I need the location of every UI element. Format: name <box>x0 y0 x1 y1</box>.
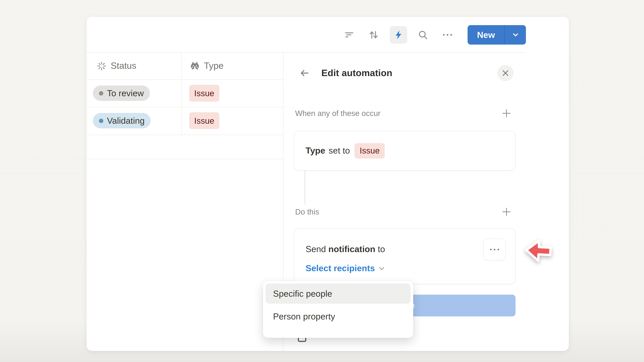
new-dropdown-button[interactable] <box>505 25 526 44</box>
database-window: New Status <box>86 17 569 351</box>
status-label: Validating <box>107 115 145 126</box>
row-divider <box>86 135 283 135</box>
new-button-group: New <box>468 25 526 44</box>
annotation-arrow-left <box>523 237 554 264</box>
search-button[interactable] <box>418 30 428 40</box>
column-divider <box>181 52 182 135</box>
column-label: Status <box>111 61 136 71</box>
type-label: Issue <box>194 88 214 98</box>
search-icon <box>418 30 428 40</box>
type-label: Issue <box>194 116 214 125</box>
add-action-button[interactable] <box>502 207 511 217</box>
stage: New Status <box>0 0 644 362</box>
select-recipients-dropdown[interactable]: Select recipients <box>306 263 385 274</box>
bug-icon <box>190 61 200 71</box>
plus-icon <box>502 207 511 217</box>
more-icon <box>490 249 492 250</box>
automation-button[interactable] <box>390 26 407 43</box>
close-button[interactable] <box>498 65 514 81</box>
trigger-section-label: When any of these occur <box>295 109 380 118</box>
filter-icon <box>344 30 354 40</box>
more-icon <box>442 30 454 40</box>
status-cell-pill[interactable]: Validating <box>93 113 151 128</box>
close-icon <box>502 69 509 77</box>
row-divider <box>86 79 283 80</box>
automation-lightning-icon <box>394 30 404 40</box>
add-trigger-button[interactable] <box>502 109 511 118</box>
action-section-label: Do this <box>295 207 319 217</box>
back-button[interactable] <box>298 67 311 79</box>
chevron-down-icon <box>378 265 385 272</box>
toolbar-divider <box>86 52 525 53</box>
row-divider <box>86 159 283 159</box>
type-cell-tag[interactable]: Issue <box>189 85 219 102</box>
action-text-suffix: to <box>378 244 385 254</box>
flow-connector-line <box>304 171 305 204</box>
action-description: Send notification to <box>306 243 385 255</box>
plus-icon <box>502 109 511 118</box>
status-dot <box>99 91 103 95</box>
row-divider <box>86 107 283 107</box>
action-text-emphasis: notification <box>328 244 375 254</box>
status-property-icon <box>96 61 107 71</box>
sort-button[interactable] <box>368 30 379 40</box>
trigger-operator: set to <box>329 145 350 156</box>
recipients-menu: Specific people Person property <box>263 281 413 338</box>
trigger-card[interactable]: Type set to Issue <box>294 131 516 171</box>
new-button[interactable]: New <box>468 25 504 44</box>
panel-title: Edit automation <box>321 67 392 79</box>
trigger-value-tag: Issue <box>355 143 385 158</box>
status-cell-pill[interactable]: To review <box>93 85 150 101</box>
column-header-type[interactable]: Type <box>190 52 224 79</box>
column-header-status[interactable]: Status <box>96 52 136 79</box>
arrow-left-icon <box>300 68 310 78</box>
filter-button[interactable] <box>344 30 354 40</box>
chevron-down-icon <box>511 31 520 39</box>
action-more-button[interactable] <box>483 239 506 260</box>
status-dot <box>99 118 103 123</box>
menu-item-specific-people[interactable]: Specific people <box>266 284 410 304</box>
type-cell-tag[interactable]: Issue <box>189 112 219 129</box>
page-background: New Status <box>0 0 644 362</box>
status-label: To review <box>107 88 144 98</box>
action-text-prefix: Send <box>306 244 326 254</box>
sort-icon <box>368 30 379 40</box>
column-label: Type <box>204 61 224 71</box>
action-card: Send notification to Select recipients <box>294 228 516 284</box>
view-options-button[interactable] <box>442 30 454 40</box>
menu-item-person-property[interactable]: Person property <box>266 306 410 327</box>
select-recipients-label: Select recipients <box>306 263 375 274</box>
trigger-property: Type <box>306 145 325 156</box>
